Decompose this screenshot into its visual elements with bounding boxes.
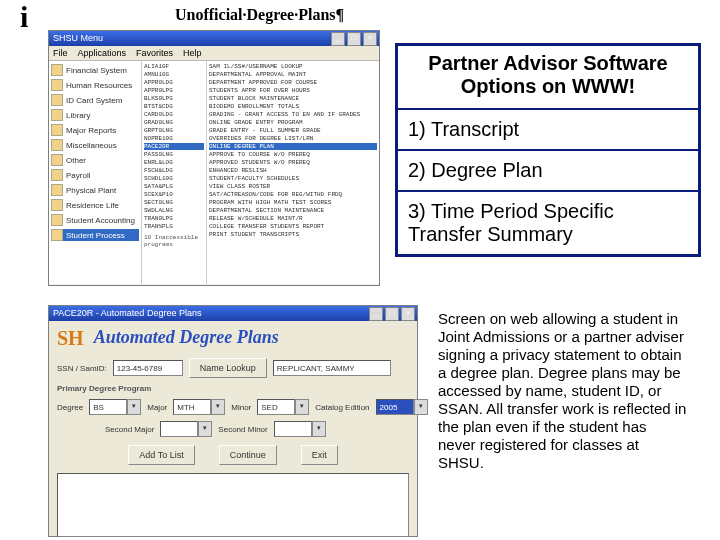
program-desc[interactable]: COLLEGE TRANSFER STUDENTS REPORT xyxy=(209,223,377,230)
program-code[interactable]: GRAD0LNG xyxy=(144,119,204,126)
program-code[interactable]: PASS0LNG xyxy=(144,151,204,158)
second-major-select[interactable]: ▾ xyxy=(160,421,212,437)
program-desc[interactable]: STUDENT BLOCK MAINTENANCE xyxy=(209,95,377,102)
program-code[interactable]: SATA&PLG xyxy=(144,183,204,190)
maximize-icon[interactable]: □ xyxy=(347,32,361,46)
menu-help[interactable]: Help xyxy=(183,46,202,60)
window-titlebar: SHSU Menu _ □ × xyxy=(49,31,379,46)
menu-screenshot: SHSU Menu _ □ × File Applications Favori… xyxy=(48,30,380,286)
program-desc[interactable]: DEPARTMENTAL APPROVAL MAINT xyxy=(209,71,377,78)
program-desc[interactable]: DEPARTMENT APPROVED FOR COURSE xyxy=(209,79,377,86)
program-code[interactable]: AMNU10G xyxy=(144,71,204,78)
program-desc[interactable]: STUDENTS APPR FOR OVER HOURS xyxy=(209,87,377,94)
program-desc[interactable]: APPROVED STUDENTS W/O PREREQ xyxy=(209,159,377,166)
program-desc[interactable]: ONLINE GRADE ENTRY PROGRAM xyxy=(209,119,377,126)
catalog-select[interactable]: 2005▾ xyxy=(376,399,428,415)
program-code[interactable]: NOPRE10G xyxy=(144,135,204,142)
continue-button[interactable]: Continue xyxy=(219,445,277,465)
category-item[interactable]: Other xyxy=(51,154,139,166)
program-code[interactable]: TRAN0LPG xyxy=(144,215,204,222)
program-code[interactable]: SWDLALNG xyxy=(144,207,204,214)
program-desc[interactable]: SAM IL/SS#/USERNAME LOOKUP xyxy=(209,63,377,70)
second-major-value xyxy=(160,421,198,437)
folder-icon xyxy=(51,94,63,106)
program-desc[interactable]: ENHANCED RESLISH xyxy=(209,167,377,174)
program-desc[interactable]: SAT/ACTREASON/CODE FOR REG/WITHD FRDQ xyxy=(209,191,377,198)
program-code[interactable]: APPR0LDG xyxy=(144,79,204,86)
program-code[interactable]: BLKS0LPG xyxy=(144,95,204,102)
doc-heading: Unofficial·Degree·Plans¶ xyxy=(175,6,344,24)
program-desc[interactable]: APPROVE TO COURSE W/O PREREQ xyxy=(209,151,377,158)
major-select[interactable]: MTH▾ xyxy=(173,399,225,415)
program-code[interactable]: ENRL&LOG xyxy=(144,159,204,166)
category-label: Student Process xyxy=(66,231,125,240)
program-code[interactable]: BTST&CDG xyxy=(144,103,204,110)
minor-select[interactable]: SED▾ xyxy=(257,399,309,415)
menu-favorites[interactable]: Favorites xyxy=(136,46,173,60)
program-desc[interactable]: GRADE ENTRY - FULL SUMMER GRADE xyxy=(209,127,377,134)
program-desc[interactable]: RELEASE W/SCHEDULE MAINT/R xyxy=(209,215,377,222)
window-titlebar: PACE20R - Automated Degree Plans _ □ × xyxy=(49,306,417,321)
program-desc[interactable]: OVERRIDES FOR DEGREE LIST/LRN xyxy=(209,135,377,142)
category-label: Financial System xyxy=(66,66,127,75)
program-code[interactable]: SCHDL10G xyxy=(144,175,204,182)
degree-select[interactable]: BS▾ xyxy=(89,399,141,415)
second-minor-select[interactable]: ▾ xyxy=(274,421,326,437)
form-screenshot: PACE20R - Automated Degree Plans _ □ × S… xyxy=(48,305,418,537)
program-code[interactable]: ALIA10F xyxy=(144,63,204,70)
close-icon[interactable]: × xyxy=(363,32,377,46)
folder-icon xyxy=(51,214,63,226)
program-desc[interactable]: PROGRAM WITH HIGH MATH TEST SCORES xyxy=(209,199,377,206)
category-label: Human Resources xyxy=(66,81,132,90)
close-icon[interactable]: × xyxy=(401,307,415,321)
exit-button[interactable]: Exit xyxy=(301,445,338,465)
category-item[interactable]: ID Card System xyxy=(51,94,139,106)
add-to-list-button[interactable]: Add To List xyxy=(128,445,194,465)
results-box xyxy=(57,473,409,537)
category-label: Residence Life xyxy=(66,201,119,210)
program-code[interactable]: SECT0LNG xyxy=(144,199,204,206)
folder-icon xyxy=(51,169,63,181)
category-item[interactable]: Physical Plant xyxy=(51,184,139,196)
program-code[interactable]: SCEX&P10 xyxy=(144,191,204,198)
category-item-selected[interactable]: Student Process xyxy=(51,229,139,241)
folder-icon xyxy=(51,139,63,151)
category-item[interactable]: Library xyxy=(51,109,139,121)
maximize-icon[interactable]: □ xyxy=(385,307,399,321)
category-item[interactable]: Miscellaneous xyxy=(51,139,139,151)
degree-value: BS xyxy=(89,399,127,415)
program-desc[interactable]: DEPARTMENTAL SECTION MAINTENANCE xyxy=(209,207,377,214)
program-code[interactable]: APPR0LPG xyxy=(144,87,204,94)
category-item[interactable]: Student Accounting xyxy=(51,214,139,226)
category-label: Student Accounting xyxy=(66,216,135,225)
program-desc[interactable]: VIEW CLASS ROSTER xyxy=(209,183,377,190)
program-code[interactable]: TRAN%PLG xyxy=(144,223,204,230)
category-item[interactable]: Major Reports xyxy=(51,124,139,136)
category-item[interactable]: Human Resources xyxy=(51,79,139,91)
category-item[interactable]: Financial System xyxy=(51,64,139,76)
program-code[interactable]: CARD0LDG xyxy=(144,111,204,118)
second-major-label: Second Major xyxy=(105,425,154,434)
menu-applications[interactable]: Applications xyxy=(78,46,127,60)
program-desc[interactable]: BIODEMO ENROLLMENT TOTALS xyxy=(209,103,377,110)
chevron-down-icon: ▾ xyxy=(127,399,141,415)
minor-value: SED xyxy=(257,399,295,415)
menu-file[interactable]: File xyxy=(53,46,68,60)
program-code-selected[interactable]: PACE20R xyxy=(144,143,204,150)
ssn-label: SSN / SamID: xyxy=(57,364,107,373)
category-pane: Financial System Human Resources ID Card… xyxy=(49,61,142,284)
category-item[interactable]: Residence Life xyxy=(51,199,139,211)
program-code[interactable]: FSCH&LDG xyxy=(144,167,204,174)
minimize-icon[interactable]: _ xyxy=(331,32,345,46)
program-code[interactable]: GRPT0LNG xyxy=(144,127,204,134)
program-desc[interactable]: STUDENT/FACULTY SCHEDULES xyxy=(209,175,377,182)
minimize-icon[interactable]: _ xyxy=(369,307,383,321)
program-desc[interactable]: PRINT STUDENT TRANSCRIPTS xyxy=(209,231,377,238)
name-lookup-button[interactable]: Name Lookup xyxy=(189,358,267,378)
program-desc-selected[interactable]: ONLINE DEGREE PLAN xyxy=(209,143,377,150)
second-minor-label: Second Minor xyxy=(218,425,267,434)
program-desc[interactable]: GRADING - GRANT ACCESS TO EN AND IF GRAD… xyxy=(209,111,377,118)
category-item[interactable]: Payroll xyxy=(51,169,139,181)
ssn-input[interactable]: 123-45-6789 xyxy=(113,360,183,376)
major-label: Major xyxy=(147,403,167,412)
